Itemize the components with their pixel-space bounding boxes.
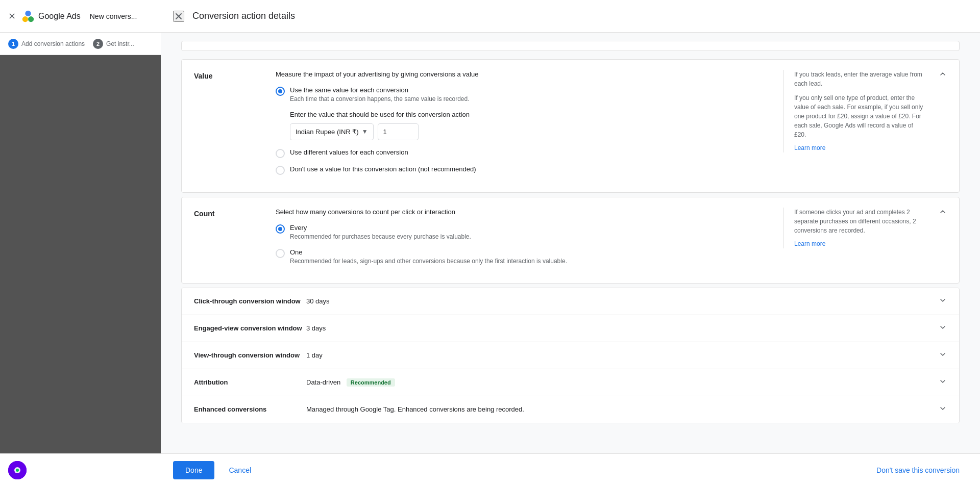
topbar: ✕ Google Ads New convers... — [0, 0, 161, 33]
radio-same-value[interactable]: Use the same value for each conversion E… — [276, 86, 771, 104]
flat-row-view-through[interactable]: View-through conversion window 1 day — [182, 342, 959, 369]
breadcrumb-bar: 1 Add conversion actions 2 Get instr... — [0, 33, 161, 55]
bg-overlay — [0, 0, 161, 486]
count-learn-more-link[interactable]: Learn more — [794, 239, 825, 248]
step-1-label: Add conversion actions — [21, 40, 85, 47]
step-1-num: 1 — [8, 39, 18, 49]
step-2-label: Get instr... — [106, 40, 134, 47]
flat-row-click-through-label: Click-through conversion window — [194, 297, 306, 305]
flat-row-engaged-view-value: 3 days — [306, 324, 939, 332]
radio-every-text: Every Recommended for purchases because … — [290, 224, 471, 241]
count-section-main: Select how many conversions to count per… — [276, 208, 783, 273]
count-helper-col: If someone clicks your ad and completes … — [783, 208, 947, 273]
breadcrumb-step-2: 2 Get instr... — [93, 39, 134, 49]
flat-row-click-through[interactable]: Click-through conversion window 30 days — [182, 288, 959, 315]
footer-left: Done Cancel — [173, 461, 259, 479]
currency-select[interactable]: Indian Rupee (INR ₹) ▼ — [290, 123, 374, 140]
flat-row-engaged-view[interactable]: Engaged-view conversion window 3 days — [182, 315, 959, 342]
top-thin-bar — [181, 41, 960, 51]
value-helper-col: If you track leads, enter the average va… — [783, 70, 947, 182]
flat-row-enhanced-conversions[interactable]: Enhanced conversions Managed through Goo… — [182, 396, 959, 423]
radio-same-value-label: Use the same value for each conversion — [290, 86, 470, 94]
view-through-chevron-icon — [939, 350, 947, 361]
done-button[interactable]: Done — [173, 461, 214, 479]
radio-same-value-text: Use the same value for each conversion E… — [290, 86, 470, 104]
value-header-text: Measure the impact of your advertising b… — [276, 70, 771, 79]
radio-every-label: Every — [290, 224, 471, 232]
value-section: Value Measure the impact of your adverti… — [181, 59, 960, 193]
value-section-content: Value Measure the impact of your adverti… — [182, 60, 959, 192]
flat-row-attribution[interactable]: Attribution Data-driven Recommended — [182, 369, 959, 396]
radio-same-value-btn[interactable] — [276, 87, 285, 96]
dont-save-button[interactable]: Don't save this conversion — [868, 461, 968, 479]
avatar — [8, 461, 27, 479]
dialog-body: Value Measure the impact of your adverti… — [161, 33, 980, 453]
value-section-label: Value — [194, 70, 276, 182]
topbar-subtitle: New convers... — [90, 12, 137, 20]
currency-dropdown-arrow-icon: ▼ — [362, 128, 368, 135]
count-collapse-icon[interactable] — [939, 208, 947, 218]
radio-one-text: One Recommended for leads, sign-ups and … — [290, 248, 567, 266]
radio-same-value-sublabel: Each time that a conversion happens, the… — [290, 95, 470, 104]
radio-one-sublabel: Recommended for leads, sign-ups and othe… — [290, 257, 567, 266]
value-section-main: Measure the impact of your advertising b… — [276, 70, 783, 182]
attribution-chevron-icon — [939, 377, 947, 388]
radio-different-value-text: Use different values for each conversion — [290, 148, 408, 156]
value-learn-more-link[interactable]: Learn more — [794, 143, 825, 152]
value-collapse-icon[interactable] — [939, 70, 947, 80]
step-2-num: 2 — [93, 39, 103, 49]
cancel-button[interactable]: Cancel — [220, 461, 259, 479]
dialog-title: Conversion action details — [192, 11, 295, 21]
attribution-badge: Recommended — [347, 378, 395, 387]
flat-row-attribution-value: Data-driven Recommended — [306, 378, 939, 387]
flat-row-attribution-label: Attribution — [194, 378, 306, 386]
radio-every[interactable]: Every Recommended for purchases because … — [276, 224, 771, 241]
flat-row-enhanced-value: Managed through Google Tag. Enhanced con… — [306, 405, 939, 413]
flat-row-click-through-value: 30 days — [306, 297, 939, 305]
dialog-close-button[interactable] — [173, 11, 184, 22]
dialog-footer: Done Cancel Don't save this conversion — [161, 453, 980, 486]
flat-row-view-through-label: View-through conversion window — [194, 351, 306, 359]
click-through-chevron-icon — [939, 296, 947, 306]
radio-one-btn[interactable] — [276, 249, 285, 258]
bottom-bar-bg — [0, 453, 161, 486]
count-section-content: Count Select how many conversions to cou… — [182, 197, 959, 283]
dialog-header: Conversion action details — [161, 0, 980, 33]
radio-different-value-btn[interactable] — [276, 149, 285, 158]
radio-different-value[interactable]: Use different values for each conversion — [276, 148, 771, 158]
count-section: Count Select how many conversions to cou… — [181, 197, 960, 284]
value-helper-para1: If you track leads, enter the average va… — [794, 70, 926, 88]
value-helper-para2: If you only sell one type of product, en… — [794, 93, 926, 139]
radio-no-value-btn[interactable] — [276, 166, 285, 175]
svg-point-5 — [16, 469, 19, 472]
svg-point-1 — [28, 16, 34, 22]
radio-one-label: One — [290, 248, 567, 256]
radio-different-value-label: Use different values for each conversion — [290, 148, 408, 156]
radio-every-btn[interactable] — [276, 224, 285, 234]
currency-label: Indian Rupee (INR ₹) — [296, 128, 359, 136]
count-section-label: Count — [194, 208, 276, 273]
topbar-close-icon[interactable]: ✕ — [8, 11, 16, 22]
close-icon — [174, 12, 183, 21]
svg-point-2 — [25, 10, 31, 16]
count-header-text: Select how many conversions to count per… — [276, 208, 771, 217]
topbar-logo: Google Ads — [21, 9, 81, 23]
flat-rows-group: Click-through conversion window 30 days … — [181, 288, 960, 423]
radio-every-sublabel: Recommended for purchases because every … — [290, 233, 471, 241]
value-input-field[interactable] — [378, 123, 419, 140]
radio-no-value[interactable]: Don't use a value for this conversion ac… — [276, 165, 771, 175]
google-ads-logo-icon — [21, 9, 35, 23]
flat-row-enhanced-label: Enhanced conversions — [194, 405, 306, 413]
value-helper: If you track leads, enter the average va… — [783, 70, 926, 152]
radio-no-value-text: Don't use a value for this conversion ac… — [290, 165, 476, 173]
engaged-view-chevron-icon — [939, 323, 947, 334]
value-input-label: Enter the value that should be used for … — [290, 111, 771, 118]
breadcrumb-step-1: 1 Add conversion actions — [8, 39, 85, 49]
topbar-title: Google Ads — [38, 12, 81, 21]
attribution-value-text: Data-driven — [306, 378, 340, 386]
radio-one[interactable]: One Recommended for leads, sign-ups and … — [276, 248, 771, 266]
svg-point-0 — [22, 16, 28, 22]
flat-row-view-through-value: 1 day — [306, 351, 939, 359]
radio-no-value-label: Don't use a value for this conversion ac… — [290, 165, 476, 173]
count-helper-para1: If someone clicks your ad and completes … — [794, 208, 926, 235]
